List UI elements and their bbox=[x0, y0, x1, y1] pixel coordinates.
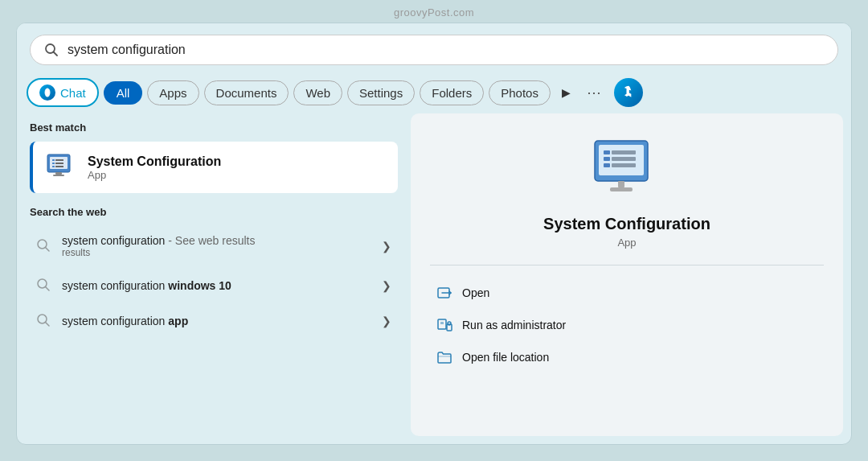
web-result-1-query: system configuration bbox=[62, 234, 165, 247]
tab-photos-label: Photos bbox=[501, 86, 538, 100]
tab-apps[interactable]: Apps bbox=[147, 80, 199, 105]
right-panel-divider bbox=[430, 265, 824, 265]
action-run-admin-label: Run as administrator bbox=[462, 319, 566, 331]
search-window: system configuration Chat All Apps Docum… bbox=[16, 23, 852, 445]
tab-all-label: All bbox=[117, 86, 130, 100]
svg-rect-9 bbox=[52, 166, 55, 167]
tab-apps-label: Apps bbox=[159, 86, 186, 100]
search-icon bbox=[43, 42, 59, 58]
web-result-3-text: system configuration app bbox=[62, 315, 372, 327]
app-icon-large bbox=[591, 138, 663, 202]
svg-rect-27 bbox=[618, 181, 624, 187]
tab-all[interactable]: All bbox=[104, 81, 143, 105]
web-result-1[interactable]: system configuration - See web results r… bbox=[30, 224, 398, 268]
svg-rect-12 bbox=[53, 175, 64, 176]
web-result-1-sub: results bbox=[62, 247, 372, 258]
action-open[interactable]: Open bbox=[430, 277, 824, 309]
svg-rect-24 bbox=[612, 157, 636, 161]
svg-line-18 bbox=[46, 323, 50, 327]
web-search-icon-1 bbox=[36, 238, 52, 254]
main-content: Best match bbox=[17, 113, 851, 444]
web-result-1-arrow: ❯ bbox=[382, 240, 391, 253]
action-run-admin[interactable]: Run as administrator bbox=[430, 309, 824, 341]
svg-line-16 bbox=[46, 287, 50, 291]
tab-web[interactable]: Web bbox=[293, 80, 342, 105]
web-search-icon-2 bbox=[36, 278, 52, 294]
svg-rect-7 bbox=[52, 163, 55, 164]
action-open-file-location[interactable]: Open file location bbox=[430, 341, 824, 373]
web-result-3-bold: app bbox=[168, 315, 188, 327]
admin-icon bbox=[436, 317, 452, 333]
more-tabs-button[interactable]: ▶ bbox=[555, 83, 577, 102]
best-match-type: App bbox=[88, 169, 221, 181]
svg-rect-5 bbox=[52, 159, 55, 161]
action-open-label: Open bbox=[462, 286, 489, 299]
system-config-icon-small bbox=[44, 151, 76, 183]
tab-documents[interactable]: Documents bbox=[204, 80, 289, 105]
svg-rect-34 bbox=[448, 322, 451, 325]
watermark: groovyPost.com bbox=[394, 6, 474, 19]
right-panel: System Configuration App Open bbox=[411, 113, 843, 436]
svg-rect-26 bbox=[612, 163, 636, 167]
action-list: Open Run as administrator bbox=[430, 277, 824, 373]
tab-chat-label: Chat bbox=[60, 86, 86, 100]
tab-chat[interactable]: Chat bbox=[27, 78, 99, 107]
bing-icon-button[interactable] bbox=[614, 78, 643, 107]
web-search-title: Search the web bbox=[30, 206, 398, 218]
svg-rect-32 bbox=[440, 322, 444, 324]
best-match-item[interactable]: System Configuration App bbox=[30, 142, 398, 193]
search-input-wrapper[interactable]: system configuration bbox=[30, 35, 838, 65]
svg-rect-10 bbox=[55, 166, 63, 167]
svg-line-14 bbox=[46, 248, 50, 252]
search-bar: system configuration bbox=[17, 23, 851, 73]
web-result-3-query: system configuration bbox=[62, 315, 168, 327]
tab-folders-label: Folders bbox=[432, 86, 472, 100]
svg-line-1 bbox=[54, 52, 58, 56]
search-query-text: system configuration bbox=[68, 43, 825, 57]
svg-rect-22 bbox=[612, 150, 636, 154]
svg-rect-11 bbox=[55, 172, 62, 175]
svg-rect-6 bbox=[55, 159, 63, 161]
svg-rect-25 bbox=[604, 163, 610, 167]
svg-rect-28 bbox=[610, 187, 633, 191]
overflow-menu-button[interactable]: ⋯ bbox=[582, 80, 606, 105]
best-match-title: Best match bbox=[30, 121, 398, 134]
web-result-3[interactable]: system configuration app ❯ bbox=[30, 303, 398, 339]
web-result-2-query: system configuration bbox=[62, 279, 168, 292]
web-result-2-text: system configuration windows 10 bbox=[62, 279, 372, 292]
svg-rect-21 bbox=[604, 150, 610, 154]
best-match-info: System Configuration App bbox=[88, 154, 221, 181]
web-result-3-arrow: ❯ bbox=[382, 315, 391, 327]
svg-rect-23 bbox=[604, 157, 610, 161]
web-result-2-bold: windows 10 bbox=[168, 279, 231, 292]
open-icon bbox=[436, 285, 452, 301]
tab-folders[interactable]: Folders bbox=[420, 80, 484, 105]
folder-icon bbox=[436, 349, 452, 365]
tab-web-label: Web bbox=[305, 86, 330, 100]
tab-photos[interactable]: Photos bbox=[489, 80, 551, 105]
right-panel-app-name: System Configuration bbox=[543, 215, 710, 233]
best-match-name: System Configuration bbox=[88, 154, 221, 169]
left-panel: Best match bbox=[17, 113, 411, 444]
tab-documents-label: Documents bbox=[216, 86, 277, 100]
web-search-icon-3 bbox=[36, 313, 52, 329]
web-result-2-arrow: ❯ bbox=[382, 279, 391, 292]
web-result-2[interactable]: system configuration windows 10 ❯ bbox=[30, 268, 398, 303]
tab-settings-label: Settings bbox=[359, 86, 403, 100]
bing-chat-icon bbox=[39, 84, 55, 101]
right-panel-app-type: App bbox=[617, 237, 636, 249]
svg-rect-8 bbox=[55, 163, 63, 164]
action-open-file-location-label: Open file location bbox=[462, 351, 549, 364]
web-result-1-text: system configuration - See web results r… bbox=[62, 234, 372, 258]
filter-tabs: Chat All Apps Documents Web Settings Fol… bbox=[17, 73, 851, 113]
web-result-1-suffix: - See web results bbox=[165, 234, 255, 247]
tab-settings[interactable]: Settings bbox=[347, 80, 415, 105]
